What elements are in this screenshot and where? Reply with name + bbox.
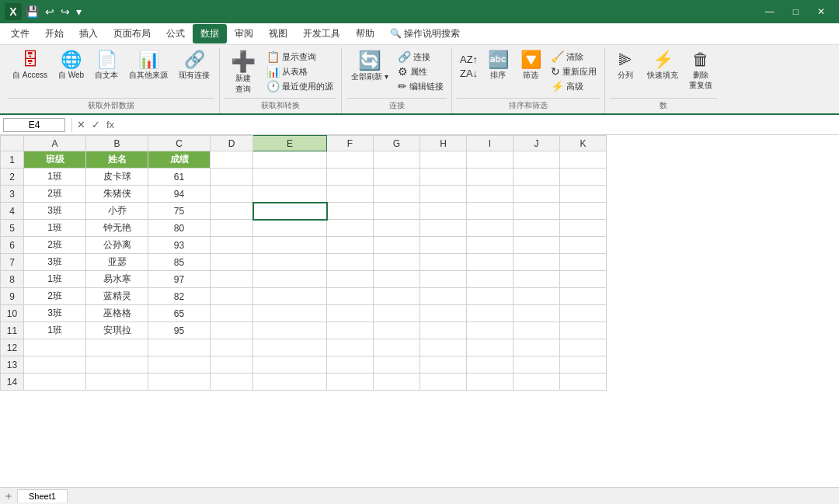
menu-page-layout[interactable]: 页面布局 bbox=[106, 24, 158, 43]
cell-B7[interactable]: 亚瑟 bbox=[86, 254, 148, 271]
row-header-5[interactable]: 5 bbox=[1, 220, 24, 237]
cell-B13[interactable] bbox=[86, 356, 148, 374]
text-to-columns-btn[interactable]: ⫸ 分列 bbox=[610, 50, 641, 82]
cell-H3[interactable] bbox=[420, 186, 467, 203]
cell-B5[interactable]: 钟无艳 bbox=[86, 220, 148, 237]
cell-E9[interactable] bbox=[253, 288, 327, 305]
menu-help[interactable]: 帮助 bbox=[348, 24, 382, 43]
row-header-13[interactable]: 13 bbox=[1, 356, 24, 374]
cell-C4[interactable]: 75 bbox=[148, 203, 211, 220]
redo-quick-btn[interactable]: ↪ bbox=[58, 5, 72, 19]
col-header-B[interactable]: B bbox=[86, 136, 148, 151]
cell-F10[interactable] bbox=[327, 305, 374, 322]
cell-K12[interactable] bbox=[560, 339, 607, 356]
menu-review[interactable]: 审阅 bbox=[227, 24, 261, 43]
cell-H8[interactable] bbox=[420, 271, 467, 288]
cell-H4[interactable] bbox=[420, 203, 467, 220]
reapply-btn[interactable]: ↻ 重新应用 bbox=[548, 64, 600, 78]
cell-F9[interactable] bbox=[327, 288, 374, 305]
cell-D10[interactable] bbox=[211, 305, 253, 322]
col-header-I[interactable]: I bbox=[467, 136, 513, 151]
advanced-btn[interactable]: ⚡ 高级 bbox=[548, 79, 600, 93]
cell-J6[interactable] bbox=[513, 237, 560, 254]
cell-G6[interactable] bbox=[374, 237, 420, 254]
cell-B12[interactable] bbox=[86, 339, 148, 356]
cell-C12[interactable] bbox=[148, 339, 211, 356]
cell-J13[interactable] bbox=[513, 356, 560, 374]
cell-I9[interactable] bbox=[467, 288, 513, 305]
cell-K14[interactable] bbox=[560, 374, 607, 391]
cell-G4[interactable] bbox=[374, 203, 420, 220]
col-header-A[interactable]: A bbox=[24, 136, 86, 151]
cell-J2[interactable] bbox=[513, 169, 560, 186]
cell-C3[interactable]: 94 bbox=[148, 186, 211, 203]
cell-K5[interactable] bbox=[560, 220, 607, 237]
cell-B8[interactable]: 易水寒 bbox=[86, 271, 148, 288]
cell-E13[interactable] bbox=[253, 356, 327, 374]
cell-J14[interactable] bbox=[513, 374, 560, 391]
cell-E7[interactable] bbox=[253, 254, 327, 271]
cell-J10[interactable] bbox=[513, 305, 560, 322]
col-header-E[interactable]: E bbox=[253, 136, 327, 151]
row-header-10[interactable]: 10 bbox=[1, 305, 24, 322]
from-table-btn[interactable]: 📊 从表格 bbox=[263, 64, 336, 78]
cell-A6[interactable]: 2班 bbox=[24, 237, 86, 254]
menu-view[interactable]: 视图 bbox=[261, 24, 295, 43]
cell-A10[interactable]: 3班 bbox=[24, 305, 86, 322]
menu-formula[interactable]: 公式 bbox=[158, 24, 193, 43]
col-header-G[interactable]: G bbox=[374, 136, 420, 151]
cell-H7[interactable] bbox=[420, 254, 467, 271]
formula-input[interactable] bbox=[119, 119, 836, 131]
cell-B1[interactable]: 姓名 bbox=[86, 151, 148, 169]
connections-btn[interactable]: 🔗 连接 bbox=[395, 50, 447, 64]
cell-C7[interactable]: 85 bbox=[148, 254, 211, 271]
cell-G3[interactable] bbox=[374, 186, 420, 203]
cell-F7[interactable] bbox=[327, 254, 374, 271]
cell-F1[interactable] bbox=[327, 151, 374, 169]
col-header-C[interactable]: C bbox=[148, 136, 211, 151]
cell-C10[interactable]: 65 bbox=[148, 305, 211, 322]
cell-I6[interactable] bbox=[467, 237, 513, 254]
cell-E1[interactable] bbox=[253, 151, 327, 169]
cell-F11[interactable] bbox=[327, 322, 374, 339]
cell-E5[interactable] bbox=[253, 220, 327, 237]
col-header-K[interactable]: K bbox=[560, 136, 607, 151]
cell-H12[interactable] bbox=[420, 339, 467, 356]
cell-A9[interactable]: 2班 bbox=[24, 288, 86, 305]
row-header-9[interactable]: 9 bbox=[1, 288, 24, 305]
cell-G12[interactable] bbox=[374, 339, 420, 356]
cell-J9[interactable] bbox=[513, 288, 560, 305]
cancel-formula-icon[interactable]: ✕ bbox=[75, 119, 87, 130]
cell-A5[interactable]: 1班 bbox=[24, 220, 86, 237]
cell-C11[interactable]: 95 bbox=[148, 322, 211, 339]
cell-F5[interactable] bbox=[327, 220, 374, 237]
cell-D9[interactable] bbox=[211, 288, 253, 305]
cell-J1[interactable] bbox=[513, 151, 560, 169]
cell-K2[interactable] bbox=[560, 169, 607, 186]
undo-quick-btn[interactable]: ↩ bbox=[43, 5, 57, 19]
cell-I2[interactable] bbox=[467, 169, 513, 186]
cell-G5[interactable] bbox=[374, 220, 420, 237]
col-header-H[interactable]: H bbox=[420, 136, 467, 151]
cell-G8[interactable] bbox=[374, 271, 420, 288]
menu-home[interactable]: 开始 bbox=[37, 24, 71, 43]
cell-I4[interactable] bbox=[467, 203, 513, 220]
minimize-btn[interactable]: — bbox=[756, 5, 784, 19]
cell-B11[interactable]: 安琪拉 bbox=[86, 322, 148, 339]
cell-G7[interactable] bbox=[374, 254, 420, 271]
row-header-14[interactable]: 14 bbox=[1, 374, 24, 391]
cell-E11[interactable] bbox=[253, 322, 327, 339]
cell-I1[interactable] bbox=[467, 151, 513, 169]
cell-E8[interactable] bbox=[253, 271, 327, 288]
cell-C2[interactable]: 61 bbox=[148, 169, 211, 186]
cell-A2[interactable]: 1班 bbox=[24, 169, 86, 186]
cell-I10[interactable] bbox=[467, 305, 513, 322]
other-sources-btn[interactable]: 📊 自其他来源 bbox=[124, 50, 172, 82]
cell-H11[interactable] bbox=[420, 322, 467, 339]
cell-C5[interactable]: 80 bbox=[148, 220, 211, 237]
cell-K9[interactable] bbox=[560, 288, 607, 305]
cell-I11[interactable] bbox=[467, 322, 513, 339]
col-header-F[interactable]: F bbox=[327, 136, 374, 151]
cell-K11[interactable] bbox=[560, 322, 607, 339]
cell-A7[interactable]: 3班 bbox=[24, 254, 86, 271]
